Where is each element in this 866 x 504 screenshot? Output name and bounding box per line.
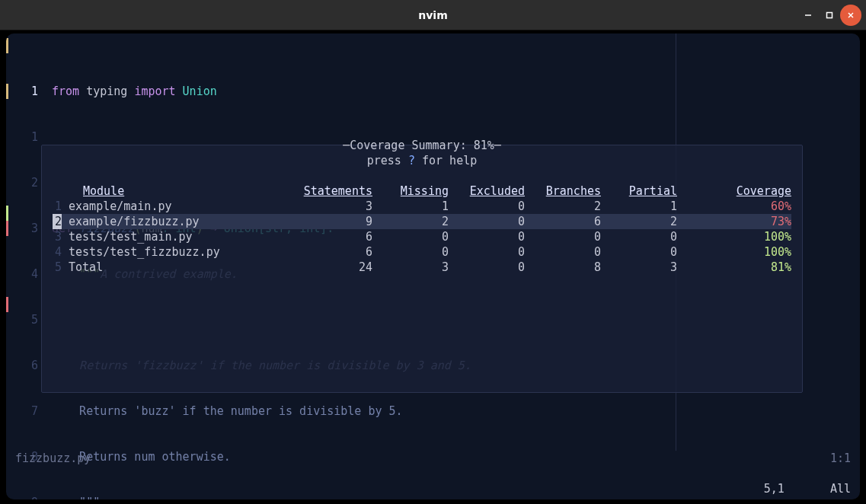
cell-partial: 2 [601, 214, 677, 229]
cell-module: tests/test_main.py [69, 230, 193, 244]
command-line: 5,1 All [15, 481, 851, 496]
table-row[interactable]: 5 Total24308381% [53, 260, 791, 275]
col-excluded: Excluded [449, 183, 525, 199]
status-pos: 1:1 [830, 451, 851, 466]
editor-frame[interactable]: 1from typing import Union 1 2 3def fizzb… [6, 33, 860, 499]
cell-coverage: 100% [677, 244, 791, 260]
window-controls [797, 0, 861, 30]
cell-branches: 0 [525, 244, 601, 260]
cell-module: Total [69, 260, 103, 274]
ruler-scroll: All [830, 481, 851, 496]
col-missing: Missing [372, 183, 449, 199]
status-filename: fizzbuzz.py [15, 451, 91, 466]
table-row[interactable]: 2 example/fizzbuzz.py9206273% [53, 214, 791, 229]
cell-branches: 6 [525, 214, 601, 229]
cell-statements: 6 [281, 244, 372, 260]
col-module: Module [83, 184, 124, 198]
minimize-button[interactable] [797, 5, 819, 26]
row-number: 1 [53, 199, 62, 214]
table-row[interactable]: 1 example/main.py3102160% [53, 199, 791, 214]
cell-statements: 3 [281, 199, 372, 214]
cell-module: example/main.py [69, 199, 171, 213]
col-partial: Partial [601, 183, 677, 199]
cell-excluded: 0 [449, 229, 525, 244]
cell-coverage: 73% [677, 214, 791, 229]
cell-coverage: 60% [677, 199, 791, 214]
titlebar: nvim [0, 0, 866, 30]
svg-rect-1 [827, 13, 832, 18]
coverage-table: Module Statements Missing Excluded Branc… [53, 183, 791, 275]
table-header-row: Module Statements Missing Excluded Branc… [53, 183, 791, 199]
table-row[interactable]: 3 tests/test_main.py60000100% [53, 229, 791, 244]
code-line: 1from typing import Union [6, 84, 471, 99]
cell-statements: 24 [281, 260, 372, 275]
cell-excluded: 0 [449, 260, 525, 275]
coverage-hint: press ? for help [42, 153, 802, 168]
cell-partial: 0 [601, 244, 677, 260]
cell-coverage: 81% [677, 260, 791, 275]
cell-missing: 0 [372, 229, 449, 244]
close-button[interactable] [840, 5, 861, 26]
status-line: fizzbuzz.py 1:1 [15, 451, 851, 466]
cell-partial: 3 [601, 260, 677, 275]
cell-missing: 3 [372, 260, 449, 275]
row-number: 4 [53, 244, 62, 260]
table-row[interactable]: 4 tests/test_fizzbuzz.py60000100% [53, 244, 791, 260]
maximize-button[interactable] [819, 5, 840, 26]
cell-coverage: 100% [677, 229, 791, 244]
cell-module: tests/test_fizzbuzz.py [69, 245, 220, 259]
coverage-summary-window[interactable]: ─Coverage Summary: 81%─ press ? for help… [41, 145, 803, 393]
cell-partial: 1 [601, 199, 677, 214]
cell-statements: 9 [281, 214, 372, 229]
col-coverage: Coverage [677, 183, 791, 199]
cell-module: example/fizzbuzz.py [69, 215, 200, 228]
coverage-title: ─Coverage Summary: 81%─ [42, 138, 802, 153]
cell-branches: 2 [525, 199, 601, 214]
cell-missing: 0 [372, 244, 449, 260]
cell-partial: 0 [601, 229, 677, 244]
cell-missing: 2 [372, 214, 449, 229]
row-number: 5 [53, 260, 62, 275]
cell-statements: 6 [281, 229, 372, 244]
cell-excluded: 0 [449, 214, 525, 229]
row-number: 3 [53, 229, 62, 244]
cell-excluded: 0 [449, 199, 525, 214]
ruler-pos: 5,1 [764, 481, 785, 496]
window-title: nvim [418, 8, 447, 23]
cell-branches: 0 [525, 229, 601, 244]
cell-missing: 1 [372, 199, 449, 214]
col-branches: Branches [525, 183, 601, 199]
row-number: 2 [53, 214, 62, 229]
cell-excluded: 0 [449, 244, 525, 260]
cell-branches: 8 [525, 260, 601, 275]
col-statements: Statements [281, 183, 372, 199]
